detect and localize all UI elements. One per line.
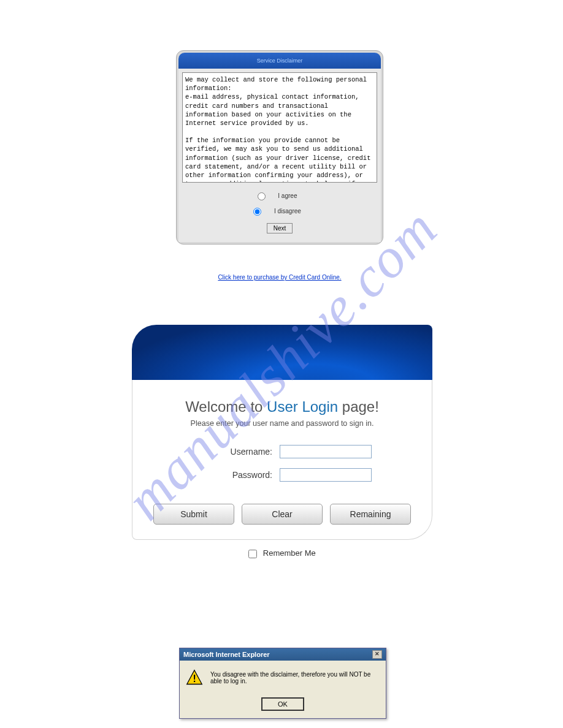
login-title: Welcome to User Login page! xyxy=(145,398,419,415)
disagree-radio[interactable] xyxy=(253,208,261,216)
login-body: Welcome to User Login page! Please enter… xyxy=(132,380,432,540)
ie-dialog: Microsoft Internet Explorer ✕ ! You disa… xyxy=(179,648,386,719)
button-row: Submit Clear Remaining xyxy=(145,504,419,525)
ie-message: You disagree with the disclaimer, theref… xyxy=(210,671,380,684)
ie-titlebar: Microsoft Internet Explorer ✕ xyxy=(180,648,386,661)
remember-row: Remember Me xyxy=(132,548,432,558)
title-prefix: Welcome to xyxy=(185,398,267,415)
disagree-label: I disagree xyxy=(274,208,301,214)
disclaimer-panel: Service Disclaimer I agree I disagree Ne… xyxy=(176,50,383,245)
password-input[interactable] xyxy=(280,468,372,482)
disclaimer-title: Service Disclaimer xyxy=(178,53,381,69)
agree-row: I agree xyxy=(182,192,377,200)
remember-label: Remember Me xyxy=(263,548,316,558)
submit-button[interactable]: Submit xyxy=(153,504,234,525)
password-row: Password: xyxy=(145,468,419,482)
warning-icon: ! xyxy=(186,669,203,686)
agree-label: I agree xyxy=(278,192,297,199)
disclaimer-body: I agree I disagree Next xyxy=(178,69,381,242)
ie-title-text: Microsoft Internet Explorer xyxy=(183,651,270,658)
ie-body: ! You disagree with the disclaimer, ther… xyxy=(180,661,386,691)
ok-button[interactable]: OK xyxy=(261,697,304,711)
login-banner xyxy=(132,325,432,380)
next-button[interactable]: Next xyxy=(267,223,293,233)
agree-radio[interactable] xyxy=(258,192,266,200)
login-panel: Welcome to User Login page! Please enter… xyxy=(132,325,432,558)
title-suffix: page! xyxy=(338,398,379,415)
login-subtitle: Please enter your user name and password… xyxy=(145,419,419,428)
password-label: Password: xyxy=(193,470,272,480)
clear-button[interactable]: Clear xyxy=(242,504,323,525)
close-icon[interactable]: ✕ xyxy=(372,650,382,659)
username-input[interactable] xyxy=(280,445,372,458)
disclaimer-textarea[interactable] xyxy=(182,72,377,183)
remember-checkbox[interactable] xyxy=(248,550,257,558)
svg-text:!: ! xyxy=(193,673,196,684)
purchase-link[interactable]: Click here to purchase by Credit Card On… xyxy=(176,274,383,281)
disagree-row: I disagree xyxy=(182,208,377,216)
username-label: Username: xyxy=(193,447,272,457)
remaining-button[interactable]: Remaining xyxy=(330,504,411,525)
username-row: Username: xyxy=(145,445,419,458)
title-highlight: User Login xyxy=(267,398,338,415)
